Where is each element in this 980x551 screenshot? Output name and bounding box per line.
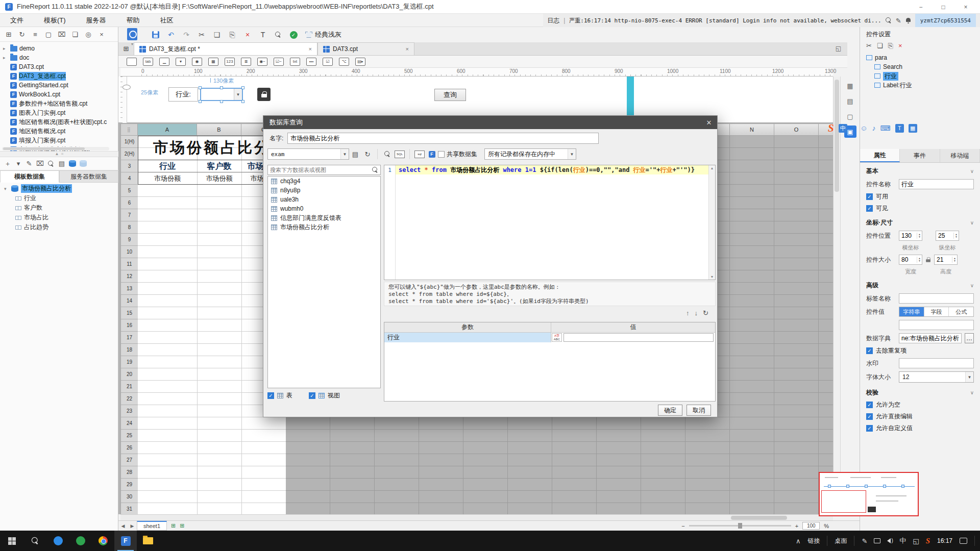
- sheet-tab[interactable]: sheet1: [137, 521, 167, 531]
- fanruan-icon[interactable]: S: [926, 537, 930, 545]
- widget-password-icon[interactable]: •••: [306, 58, 316, 66]
- taskbar-search-button[interactable]: [23, 531, 47, 551]
- tab-事件[interactable]: 事件: [900, 149, 940, 162]
- row-header[interactable]: 27: [121, 454, 138, 466]
- bell-icon[interactable]: [905, 18, 911, 23]
- table-list-item[interactable]: chq3g4: [268, 177, 380, 186]
- param-name-cell[interactable]: 行业: [384, 333, 551, 342]
- pane-resize-guide[interactable]: [627, 77, 634, 116]
- ime-icon[interactable]: 中: [899, 536, 906, 545]
- preview-dataset-icon[interactable]: [47, 161, 55, 167]
- chrome-taskbar-button[interactable]: [92, 531, 114, 551]
- file-tree-item[interactable]: F图表入门实例.cpt: [0, 108, 118, 117]
- widget-textfield-icon[interactable]: ▁: [159, 58, 169, 66]
- zoom-out-button[interactable]: −: [681, 523, 684, 529]
- finereport-helper-icon[interactable]: F: [426, 148, 438, 160]
- widget-checkbox-group-icon[interactable]: ☑−: [274, 58, 284, 66]
- table-list-item[interactable]: 市场份额占比分析: [268, 222, 380, 232]
- table-search-box[interactable]: [267, 165, 381, 175]
- row-header[interactable]: 13: [121, 283, 138, 295]
- dataset-root[interactable]: ▾市场份额占比分析: [0, 184, 118, 193]
- tray-label-links[interactable]: 链接: [807, 537, 820, 545]
- undo-button[interactable]: ↶: [166, 29, 176, 40]
- row-header[interactable]: 5: [121, 185, 138, 197]
- widget-radio-group-icon[interactable]: ◉−: [257, 58, 267, 66]
- panel-splitter[interactable]: ▲ =: [0, 151, 118, 157]
- row-header[interactable]: 12: [121, 270, 138, 283]
- row-header[interactable]: 26: [121, 442, 138, 454]
- menu-item[interactable]: 服务器: [76, 14, 116, 27]
- column-header[interactable]: A: [138, 123, 197, 136]
- translate-icon[interactable]: 中: [839, 124, 847, 133]
- value-cell[interactable]: 市场份额: [241, 172, 263, 185]
- voice-icon[interactable]: ❝: [852, 124, 856, 132]
- widget-tree-item[interactable]: Label:行业: [860, 81, 980, 90]
- row-header[interactable]: 30: [121, 491, 138, 503]
- height-stepper[interactable]: ▲▼: [934, 255, 958, 265]
- row-header[interactable]: 18: [121, 344, 138, 356]
- cancel-button[interactable]: 取消: [687, 405, 711, 416]
- redo-button[interactable]: ↷: [182, 29, 191, 40]
- menu-item[interactable]: 文件: [0, 14, 34, 27]
- row-header[interactable]: 31: [121, 503, 138, 514]
- validate-check[interactable]: ✓允许自定义值: [860, 422, 980, 434]
- row-header[interactable]: 22: [121, 393, 138, 405]
- expander-icon[interactable]: ▸: [3, 46, 8, 51]
- new-folder-icon[interactable]: ⊞: [3, 29, 14, 39]
- row-header[interactable]: 6: [121, 197, 138, 209]
- section-advanced[interactable]: 高级∨: [860, 277, 980, 292]
- tag-name-input[interactable]: [899, 293, 974, 304]
- preview-sql-icon[interactable]: [381, 148, 394, 160]
- dict-more-button[interactable]: …: [965, 333, 974, 343]
- file-tree-item[interactable]: F参数控件+地区销售额.cpt: [0, 99, 118, 108]
- view-filter-checkbox[interactable]: ✓: [309, 392, 315, 399]
- row-header[interactable]: 14: [121, 295, 138, 307]
- width-stepper[interactable]: ▲▼: [899, 255, 922, 265]
- dataset-field[interactable]: 占比趋势: [0, 222, 118, 232]
- db-disconnect-icon[interactable]: [80, 160, 87, 167]
- param-value-input[interactable]: [564, 333, 714, 342]
- visible-check[interactable]: ✓可见: [860, 203, 980, 214]
- template-search-icon[interactable]: ▾: [124, 28, 141, 52]
- data-dictionary-input[interactable]: [899, 333, 962, 343]
- delete-icon[interactable]: ⌧: [56, 29, 67, 39]
- file-tree-item[interactable]: F地区销售概况.cpt: [0, 127, 118, 136]
- document-tab[interactable]: DAT3_复选框.cpt *×: [134, 42, 317, 55]
- header-cell[interactable]: 市场占比: [241, 160, 263, 172]
- menu-item[interactable]: 社区: [150, 14, 184, 27]
- cut-icon[interactable]: ✂: [866, 42, 872, 50]
- start-button[interactable]: [0, 531, 23, 551]
- font-search-button[interactable]: T: [258, 29, 267, 40]
- tray-label-desktop[interactable]: 桌面: [835, 537, 847, 545]
- validate-check[interactable]: ✓允许直接编辑: [860, 411, 980, 422]
- paste-button[interactable]: ⎘: [228, 29, 237, 40]
- move-up-icon[interactable]: ↑: [686, 309, 690, 317]
- report-title-cell[interactable]: 市场份额占比分析: [139, 136, 263, 160]
- table-filter-checkbox[interactable]: ✓: [267, 392, 274, 399]
- widget-label-icon[interactable]: lab: [143, 58, 153, 66]
- checkbox-icon[interactable]: ✓: [866, 413, 873, 420]
- add-chart-sheet-icon[interactable]: ⊞: [180, 522, 184, 529]
- sql-code-line[interactable]: select * from 市场份额占比分析 where 1=1 ${if(le…: [396, 165, 708, 174]
- column-header[interactable]: O: [774, 123, 819, 136]
- ok-button[interactable]: 确定: [658, 405, 682, 416]
- row-header[interactable]: 16: [121, 319, 138, 332]
- emoji-icon[interactable]: ☺: [860, 124, 867, 132]
- file-tree-scrollbar[interactable]: [2, 147, 109, 151]
- theme-icon[interactable]: T: [895, 124, 904, 133]
- row-header[interactable]: 3: [121, 160, 138, 172]
- volume-icon[interactable]: [887, 538, 891, 543]
- label-widget[interactable]: 行业:: [168, 87, 198, 102]
- aspect-lock-icon[interactable]: [926, 257, 930, 262]
- validate-button[interactable]: ✓: [289, 29, 298, 40]
- widget-tree-item[interactable]: para: [860, 53, 980, 62]
- share-dataset-checkbox[interactable]: [438, 151, 445, 158]
- refresh-connection-icon[interactable]: ↻: [361, 148, 374, 160]
- file-tree-item[interactable]: FGettingStarted.cpt: [0, 81, 118, 90]
- expander-icon[interactable]: ▾: [4, 186, 9, 191]
- db-connect-icon[interactable]: [69, 160, 76, 167]
- row-header[interactable]: 1(H): [121, 136, 138, 148]
- notification-center-icon[interactable]: [960, 538, 967, 544]
- widget-tree-icon[interactable]: ⌥: [339, 58, 349, 66]
- row-header[interactable]: 10: [121, 246, 138, 258]
